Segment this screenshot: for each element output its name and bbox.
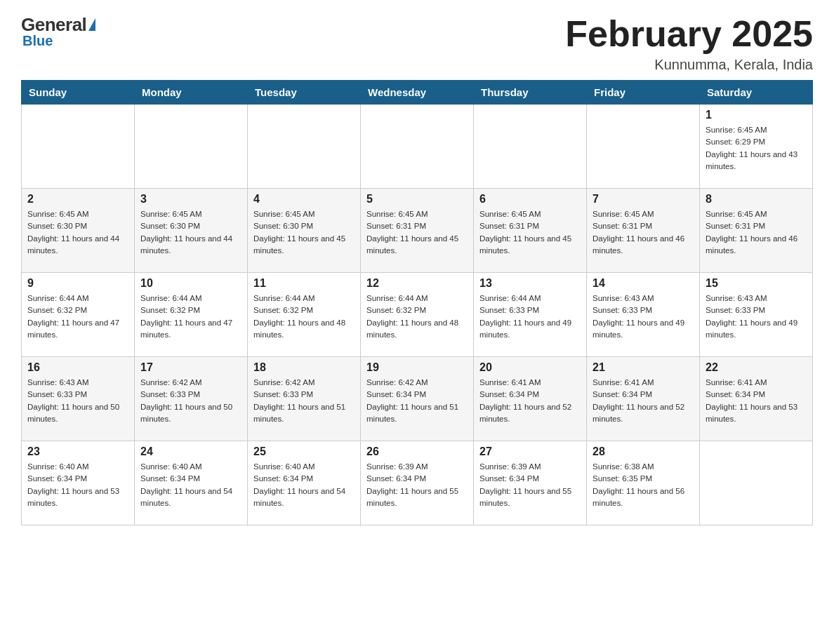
day-info: Sunrise: 6:44 AMSunset: 6:32 PMDaylight:… [253, 293, 355, 341]
day-number: 17 [140, 361, 241, 374]
week-row-4: 16Sunrise: 6:43 AMSunset: 6:33 PMDayligh… [22, 357, 813, 441]
day-info: Sunrise: 6:39 AMSunset: 6:34 PMDaylight:… [366, 461, 468, 509]
day-number: 21 [593, 361, 694, 374]
logo-triangle-icon [88, 18, 95, 31]
calendar-body: 1Sunrise: 6:45 AMSunset: 6:29 PMDaylight… [22, 105, 813, 525]
day-info: Sunrise: 6:45 AMSunset: 6:31 PMDaylight:… [706, 208, 807, 257]
day-info: Sunrise: 6:45 AMSunset: 6:30 PMDaylight:… [253, 208, 355, 257]
day-info: Sunrise: 6:39 AMSunset: 6:34 PMDaylight:… [479, 461, 581, 509]
day-info: Sunrise: 6:40 AMSunset: 6:34 PMDaylight:… [253, 461, 355, 509]
calendar-header: SundayMondayTuesdayWednesdayThursdayFrid… [22, 81, 813, 105]
day-info: Sunrise: 6:45 AMSunset: 6:31 PMDaylight:… [366, 208, 468, 257]
calendar-cell [361, 105, 474, 189]
day-info: Sunrise: 6:42 AMSunset: 6:33 PMDaylight:… [253, 377, 355, 425]
calendar-cell: 1Sunrise: 6:45 AMSunset: 6:29 PMDaylight… [700, 105, 813, 189]
calendar-cell [474, 105, 587, 189]
day-number: 12 [366, 277, 468, 290]
page-header: General Blue February 2025 Kunnumma, Ker… [21, 14, 813, 73]
day-of-week-friday: Friday [587, 81, 700, 105]
calendar-cell: 10Sunrise: 6:44 AMSunset: 6:32 PMDayligh… [135, 273, 248, 357]
calendar-cell [22, 105, 135, 189]
day-number: 10 [140, 277, 241, 290]
days-of-week-row: SundayMondayTuesdayWednesdayThursdayFrid… [22, 81, 813, 105]
calendar-cell: 16Sunrise: 6:43 AMSunset: 6:33 PMDayligh… [22, 357, 135, 441]
day-info: Sunrise: 6:43 AMSunset: 6:33 PMDaylight:… [706, 293, 807, 341]
month-title: February 2025 [565, 14, 813, 54]
calendar-cell: 19Sunrise: 6:42 AMSunset: 6:34 PMDayligh… [361, 357, 474, 441]
day-info: Sunrise: 6:44 AMSunset: 6:33 PMDaylight:… [479, 293, 581, 341]
day-info: Sunrise: 6:40 AMSunset: 6:34 PMDaylight:… [140, 461, 241, 509]
day-of-week-thursday: Thursday [474, 81, 587, 105]
day-info: Sunrise: 6:42 AMSunset: 6:33 PMDaylight:… [140, 377, 241, 425]
day-number: 11 [253, 277, 355, 290]
day-number: 13 [479, 277, 581, 290]
day-number: 4 [253, 193, 355, 206]
day-info: Sunrise: 6:40 AMSunset: 6:34 PMDaylight:… [27, 461, 128, 509]
day-info: Sunrise: 6:41 AMSunset: 6:34 PMDaylight:… [479, 377, 581, 425]
day-number: 18 [253, 361, 355, 374]
day-number: 24 [140, 445, 241, 458]
day-info: Sunrise: 6:45 AMSunset: 6:31 PMDaylight:… [593, 208, 694, 257]
day-info: Sunrise: 6:38 AMSunset: 6:35 PMDaylight:… [593, 461, 694, 509]
day-number: 3 [140, 193, 241, 206]
day-info: Sunrise: 6:41 AMSunset: 6:34 PMDaylight:… [706, 377, 807, 425]
day-info: Sunrise: 6:41 AMSunset: 6:34 PMDaylight:… [593, 377, 694, 425]
calendar-cell: 15Sunrise: 6:43 AMSunset: 6:33 PMDayligh… [700, 273, 813, 357]
day-info: Sunrise: 6:45 AMSunset: 6:30 PMDaylight:… [140, 208, 241, 257]
day-number: 14 [593, 277, 694, 290]
calendar-cell: 13Sunrise: 6:44 AMSunset: 6:33 PMDayligh… [474, 273, 587, 357]
day-info: Sunrise: 6:45 AMSunset: 6:30 PMDaylight:… [27, 208, 128, 257]
calendar-cell: 20Sunrise: 6:41 AMSunset: 6:34 PMDayligh… [474, 357, 587, 441]
week-row-3: 9Sunrise: 6:44 AMSunset: 6:32 PMDaylight… [22, 273, 813, 357]
day-number: 7 [593, 193, 694, 206]
logo-blue-text: Blue [22, 33, 53, 49]
calendar-cell: 22Sunrise: 6:41 AMSunset: 6:34 PMDayligh… [700, 357, 813, 441]
calendar-cell: 3Sunrise: 6:45 AMSunset: 6:30 PMDaylight… [135, 189, 248, 273]
week-row-1: 1Sunrise: 6:45 AMSunset: 6:29 PMDaylight… [22, 105, 813, 189]
week-row-2: 2Sunrise: 6:45 AMSunset: 6:30 PMDaylight… [22, 189, 813, 273]
day-info: Sunrise: 6:43 AMSunset: 6:33 PMDaylight:… [593, 293, 694, 341]
day-number: 19 [366, 361, 468, 374]
calendar-cell: 28Sunrise: 6:38 AMSunset: 6:35 PMDayligh… [587, 441, 700, 525]
day-of-week-monday: Monday [135, 81, 248, 105]
calendar-cell: 18Sunrise: 6:42 AMSunset: 6:33 PMDayligh… [248, 357, 361, 441]
calendar-cell: 14Sunrise: 6:43 AMSunset: 6:33 PMDayligh… [587, 273, 700, 357]
calendar-cell [700, 441, 813, 525]
day-number: 9 [27, 277, 128, 290]
day-number: 20 [479, 361, 581, 374]
calendar-cell: 5Sunrise: 6:45 AMSunset: 6:31 PMDaylight… [361, 189, 474, 273]
day-info: Sunrise: 6:45 AMSunset: 6:31 PMDaylight:… [479, 208, 581, 257]
day-number: 26 [366, 445, 468, 458]
day-of-week-wednesday: Wednesday [361, 81, 474, 105]
calendar-cell: 2Sunrise: 6:45 AMSunset: 6:30 PMDaylight… [22, 189, 135, 273]
day-info: Sunrise: 6:44 AMSunset: 6:32 PMDaylight:… [366, 293, 468, 341]
day-number: 15 [706, 277, 807, 290]
calendar-cell: 6Sunrise: 6:45 AMSunset: 6:31 PMDaylight… [474, 189, 587, 273]
day-number: 6 [479, 193, 581, 206]
title-block: February 2025 Kunnumma, Kerala, India [565, 14, 813, 73]
calendar-cell: 21Sunrise: 6:41 AMSunset: 6:34 PMDayligh… [587, 357, 700, 441]
day-number: 1 [706, 109, 807, 121]
calendar-cell [248, 105, 361, 189]
week-row-5: 23Sunrise: 6:40 AMSunset: 6:34 PMDayligh… [22, 441, 813, 525]
calendar-cell: 8Sunrise: 6:45 AMSunset: 6:31 PMDaylight… [700, 189, 813, 273]
day-number: 23 [27, 445, 128, 458]
calendar-cell: 26Sunrise: 6:39 AMSunset: 6:34 PMDayligh… [361, 441, 474, 525]
calendar-cell: 17Sunrise: 6:42 AMSunset: 6:33 PMDayligh… [135, 357, 248, 441]
day-of-week-saturday: Saturday [700, 81, 813, 105]
calendar-cell: 12Sunrise: 6:44 AMSunset: 6:32 PMDayligh… [361, 273, 474, 357]
calendar-cell [587, 105, 700, 189]
day-number: 8 [706, 193, 807, 206]
calendar-table: SundayMondayTuesdayWednesdayThursdayFrid… [21, 80, 813, 525]
day-number: 27 [479, 445, 581, 458]
calendar-cell: 24Sunrise: 6:40 AMSunset: 6:34 PMDayligh… [135, 441, 248, 525]
day-info: Sunrise: 6:45 AMSunset: 6:29 PMDaylight:… [706, 124, 807, 173]
day-info: Sunrise: 6:43 AMSunset: 6:33 PMDaylight:… [27, 377, 128, 425]
day-number: 2 [27, 193, 128, 206]
calendar-cell: 23Sunrise: 6:40 AMSunset: 6:34 PMDayligh… [22, 441, 135, 525]
logo: General Blue [21, 14, 95, 49]
calendar-cell: 7Sunrise: 6:45 AMSunset: 6:31 PMDaylight… [587, 189, 700, 273]
day-info: Sunrise: 6:44 AMSunset: 6:32 PMDaylight:… [140, 293, 241, 341]
calendar-cell [135, 105, 248, 189]
day-number: 5 [366, 193, 468, 206]
